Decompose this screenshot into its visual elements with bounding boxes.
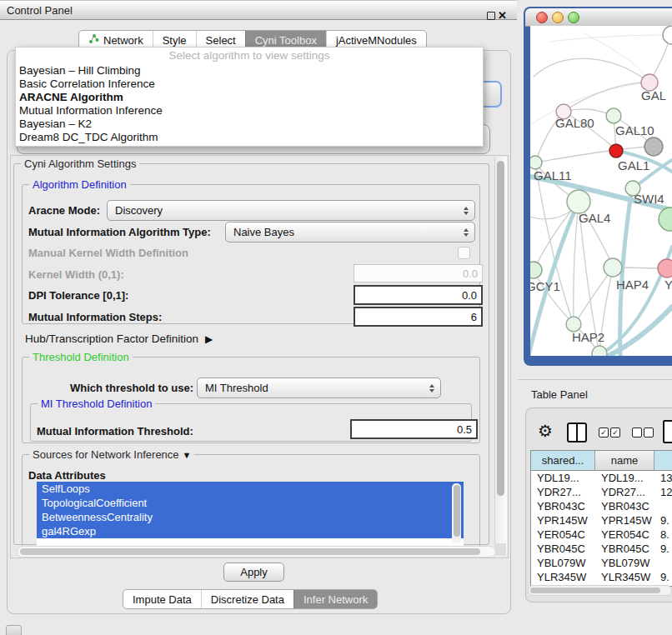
algorithm-option[interactable]: ARACNE Algorithm	[16, 91, 483, 104]
table-row[interactable]: YDR27...YDR27...12...	[531, 485, 672, 499]
data-attributes-list[interactable]: SelfLoopsTopologicalCoefficientBetweenne…	[37, 482, 464, 546]
check-all-icon[interactable]: ✓	[599, 428, 609, 438]
algorithm-option[interactable]: Mutual Information Inference	[16, 104, 483, 118]
network-node[interactable]	[644, 138, 663, 156]
table-cell: YDR27...	[595, 486, 654, 498]
tab-discretize-data[interactable]: Discretize Data	[201, 590, 293, 608]
uncheck-all-icon[interactable]	[644, 428, 654, 438]
network-edge[interactable]	[534, 58, 649, 82]
float-window-icon[interactable]	[487, 12, 495, 20]
scrollbar-corner	[494, 543, 506, 555]
check-all-icon[interactable]: ✓	[610, 428, 620, 438]
table-row[interactable]: YBL079WYBL079W	[531, 556, 672, 570]
network-node[interactable]	[530, 262, 542, 278]
column-header[interactable]: shared...	[531, 451, 595, 470]
manual-kernel-width-checkbox[interactable]	[458, 247, 470, 259]
table-cell: YER054C	[531, 528, 595, 541]
data-attribute-item[interactable]: SelfLoops	[37, 482, 464, 496]
table-horizontal-scrollbar[interactable]	[528, 585, 672, 596]
algorithm-option[interactable]: Bayesian – Hill Climbing	[16, 64, 483, 78]
network-node[interactable]	[659, 208, 672, 231]
table-body: YDL19...YDL19...13...YDR27...YDR27...12.…	[531, 471, 672, 587]
collapse-arrow-icon[interactable]: ▼	[183, 450, 192, 460]
network-node[interactable]	[606, 108, 621, 123]
minimize-traffic-light-icon[interactable]	[552, 12, 564, 23]
network-node[interactable]	[609, 144, 623, 158]
tab-label: Infer Network	[303, 593, 368, 606]
table-row[interactable]: YER054CYER054C8.	[531, 528, 672, 542]
tab-label: Network	[103, 34, 143, 47]
network-node[interactable]	[592, 346, 607, 356]
scrollbar-thumb[interactable]	[454, 485, 460, 537]
table-cell: YLR345W	[531, 571, 595, 583]
apply-button[interactable]: Apply	[223, 562, 284, 582]
network-window-titlebar[interactable]	[525, 8, 672, 27]
algorithm-dropdown-placeholder: Select algorithm to view settings	[16, 48, 483, 64]
minimized-panel-icon[interactable]	[6, 625, 22, 635]
algorithm-option[interactable]: Dream8 DC_TDC Algorithm	[16, 131, 483, 144]
table-cell: YBR043C	[531, 500, 595, 512]
vertical-scrollbar[interactable]	[494, 157, 507, 555]
aracne-mode-select[interactable]: Discovery	[107, 200, 475, 221]
network-node[interactable]	[604, 258, 622, 277]
tab-label: jActiveMNodules	[336, 34, 417, 47]
table-row[interactable]: YDL19...YDL19...13...	[531, 471, 672, 485]
table-row[interactable]: YBR045CYBR045C9.	[531, 542, 672, 556]
horizontal-scrollbar[interactable]	[17, 546, 496, 558]
table-cell: YLR345W	[595, 571, 654, 583]
document-icon[interactable]	[663, 420, 672, 443]
algorithm-option[interactable]: Basic Correlation Inference	[16, 78, 483, 91]
zoom-traffic-light-icon[interactable]	[568, 12, 579, 23]
sources-group-label: Sources for Network Inference	[33, 448, 179, 461]
gear-icon[interactable]: ⚙	[538, 422, 553, 440]
node-label: GAL	[641, 88, 666, 102]
close-icon[interactable]: ✕	[498, 9, 507, 22]
mi-threshold-input[interactable]: 0.5	[350, 419, 478, 439]
hub-transcription-factor-section[interactable]: Hub/Transcription Factor Definition ▶	[25, 332, 213, 345]
network-edge[interactable]	[564, 82, 649, 112]
control-panel-titlebar: Control Panel	[0, 0, 517, 20]
kernel-width-input[interactable]: 0.0	[354, 264, 483, 282]
which-threshold-select[interactable]: MI Threshold	[197, 378, 441, 398]
table-row[interactable]: YLR345WYLR345W9.	[531, 570, 672, 584]
columns-icon[interactable]	[567, 422, 587, 442]
network-edge[interactable]	[535, 150, 616, 162]
network-view-canvas[interactable]: GALGAL80GAL10GAL1GAL11SWI4GAL4HAP4YGCY1H…	[530, 26, 672, 356]
table-row[interactable]: YPR145WYPR145W9.	[531, 513, 672, 528]
control-panel-title: Control Panel	[7, 4, 73, 17]
network-node[interactable]	[567, 190, 590, 213]
scrollbar-thumb[interactable]	[497, 161, 504, 496]
algorithm-option[interactable]: Bayesian – K2	[16, 118, 483, 131]
node-label: GAL4	[579, 211, 610, 225]
group-title: Cyni Algorithm Settings	[21, 158, 139, 170]
close-traffic-light-icon[interactable]	[536, 12, 548, 23]
attributes-scrollbar[interactable]	[452, 483, 461, 543]
network-node[interactable]	[658, 259, 672, 278]
uncheck-all-icon[interactable]	[632, 428, 642, 438]
network-graph[interactable]: GALGAL80GAL10GAL1GAL11SWI4GAL4HAP4YGCY1H…	[530, 26, 672, 356]
table-row[interactable]: YBR043CYBR043C	[531, 499, 672, 513]
bottom-tab-bar: Impute Data Discretize Data Infer Networ…	[123, 589, 378, 609]
scrollbar-thumb[interactable]	[530, 588, 660, 593]
network-node[interactable]	[530, 156, 542, 169]
expand-arrow-icon[interactable]: ▶	[205, 333, 213, 345]
tab-impute-data[interactable]: Impute Data	[123, 590, 201, 608]
scrollbar-thumb[interactable]	[20, 548, 480, 555]
tab-label: Select	[206, 34, 236, 47]
column-header[interactable]	[654, 451, 672, 470]
table-cell: YBR043C	[595, 500, 654, 512]
data-attribute-item[interactable]: gal4RGexp	[37, 524, 464, 538]
mi-steps-input[interactable]: 6	[354, 307, 483, 327]
data-attribute-item[interactable]: TopologicalCoefficient	[37, 496, 464, 510]
group-title: Sources for Network Inference▼	[29, 448, 194, 461]
network-node[interactable]	[663, 26, 672, 44]
node-label: SWI4	[634, 192, 664, 206]
tab-infer-network[interactable]: Infer Network	[293, 590, 377, 608]
which-threshold-label: Which threshold to use:	[70, 382, 193, 394]
table-cell: YDR27...	[531, 486, 595, 498]
mi-algorithm-type-select[interactable]: Naive Bayes	[225, 222, 475, 242]
dpi-tolerance-input[interactable]: 0.0	[354, 285, 483, 305]
network-edge[interactable]	[550, 35, 667, 42]
column-header[interactable]: name	[595, 451, 654, 470]
data-attribute-item[interactable]: BetweennessCentrality	[37, 510, 464, 524]
